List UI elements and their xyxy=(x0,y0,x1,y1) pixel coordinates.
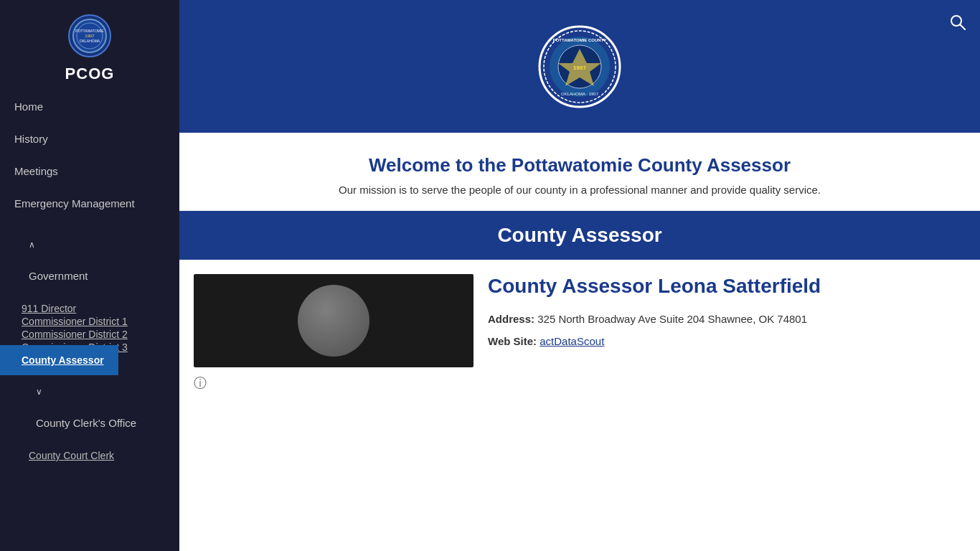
address-row: Address: 325 North Broadway Ave Suite 20… xyxy=(488,313,966,325)
svg-text:1907: 1907 xyxy=(573,65,586,71)
sidebar-link-home[interactable]: Home xyxy=(0,90,179,123)
svg-text:POTTAWATOMIE: POTTAWATOMIE xyxy=(75,29,104,33)
address-value: 325 North Broadway Ave Suite 204 Shawnee… xyxy=(537,313,807,325)
sidebar-link-meetings[interactable]: Meetings xyxy=(0,155,179,187)
website-row: Web Site: actDataScout xyxy=(488,335,966,347)
sidebar-section-county-clerks-office[interactable]: ∨ County Clerk's Office xyxy=(0,367,179,449)
content-text-column: County Assessor Leona Satterfield Addres… xyxy=(488,274,966,392)
sidebar-logo-area: POTTAWATOMIE 1907 OKLAHOMA PCOG xyxy=(0,0,179,90)
sidebar-label-county-clerks-office: County Clerk's Office xyxy=(22,407,165,439)
page-header: POTTAWATOMIE COUNTY OKLAHOMA · 1907 1907 xyxy=(179,0,980,133)
main-content: POTTAWATOMIE COUNTY OKLAHOMA · 1907 1907… xyxy=(179,0,980,551)
sidebar: POTTAWATOMIE 1907 OKLAHOMA PCOG Home His… xyxy=(0,0,179,551)
welcome-banner: Welcome to the Pottawatomie County Asses… xyxy=(179,133,980,211)
sidebar-item-meetings[interactable]: Meetings xyxy=(0,155,179,187)
sidebar-item-emergency-management[interactable]: Emergency Management xyxy=(0,187,179,220)
sidebar-item-county-assessor[interactable]: County Assessor xyxy=(0,354,179,367)
address-label: Address: xyxy=(488,313,534,325)
section-title: County Assessor xyxy=(194,224,966,247)
sidebar-label-government: Government xyxy=(14,260,165,292)
svg-text:OKLAHOMA · 1907: OKLAHOMA · 1907 xyxy=(561,92,599,96)
chevron-down-icon: ∨ xyxy=(22,377,161,407)
county-seal: POTTAWATOMIE COUNTY OKLAHOMA · 1907 1907 xyxy=(537,24,623,110)
section-title-bar: County Assessor xyxy=(179,211,980,260)
welcome-title: Welcome to the Pottawatomie County Asses… xyxy=(194,154,966,176)
welcome-subtitle: Our mission is to serve the people of ou… xyxy=(194,184,966,196)
sidebar-item-government[interactable]: ∧ Government xyxy=(0,220,179,302)
search-icon[interactable] xyxy=(950,14,966,34)
sidebar-section-government[interactable]: ∧ Government xyxy=(0,220,179,302)
sidebar-item-county-court-clerk[interactable]: County Court Clerk xyxy=(0,449,179,462)
sidebar-link-history[interactable]: History xyxy=(0,123,179,155)
website-label: Web Site: xyxy=(488,335,537,347)
sidebar-item-home[interactable]: Home xyxy=(0,90,179,123)
sidebar-logo: POTTAWATOMIE 1907 OKLAHOMA xyxy=(68,14,111,57)
sidebar-item-history[interactable]: History xyxy=(0,123,179,155)
assessor-name-heading: County Assessor Leona Satterfield xyxy=(488,274,966,298)
content-image-column: ⓘ xyxy=(194,274,473,392)
svg-text:1907: 1907 xyxy=(85,34,95,38)
sidebar-link-county-assessor[interactable]: County Assessor xyxy=(0,345,118,375)
chevron-up-icon: ∧ xyxy=(14,230,161,260)
content-area: ⓘ County Assessor Leona Satterfield Addr… xyxy=(179,260,980,406)
svg-line-6 xyxy=(961,25,966,30)
sidebar-title: PCOG xyxy=(65,65,115,83)
sidebar-item-county-clerks-office[interactable]: ∨ County Clerk's Office xyxy=(0,367,179,449)
sidebar-navigation: Home History Meetings Emergency Manageme… xyxy=(0,90,179,462)
sidebar-link-emergency-management[interactable]: Emergency Management xyxy=(0,187,179,220)
svg-text:OKLAHOMA: OKLAHOMA xyxy=(80,39,100,43)
sidebar-link-county-court-clerk[interactable]: County Court Clerk xyxy=(0,441,128,471)
website-link[interactable]: actDataScout xyxy=(540,335,604,347)
info-icon[interactable]: ⓘ xyxy=(194,375,473,392)
assessor-photo-box xyxy=(194,274,473,367)
assessor-photo-placeholder xyxy=(298,285,369,357)
svg-text:POTTAWATOMIE COUNTY: POTTAWATOMIE COUNTY xyxy=(553,38,607,42)
